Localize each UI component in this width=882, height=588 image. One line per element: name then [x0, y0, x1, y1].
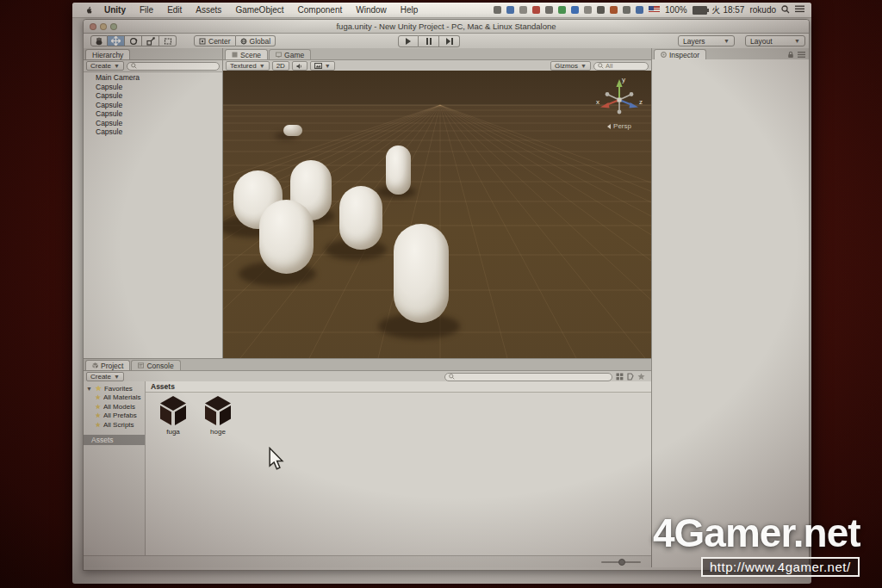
capsule-object[interactable] — [394, 224, 449, 323]
capsule-object[interactable] — [283, 125, 302, 136]
pivot-toggle-button[interactable]: Center — [194, 35, 236, 46]
menubar-item[interactable]: Component — [291, 5, 350, 15]
tab-project[interactable]: Project — [85, 360, 130, 370]
status-icon[interactable] — [610, 6, 618, 14]
status-icon[interactable] — [571, 6, 579, 14]
status-icon[interactable] — [584, 6, 592, 14]
lock-icon[interactable] — [787, 51, 794, 59]
project-search-input[interactable] — [444, 373, 612, 381]
zoom-button[interactable] — [110, 23, 117, 30]
asset-item[interactable]: hoge — [199, 395, 237, 436]
hierarchy-item[interactable]: Capsule — [84, 83, 222, 92]
scene-search-input[interactable]: All — [593, 62, 649, 71]
project-create-button[interactable]: Create▼ — [86, 372, 124, 381]
tab-console[interactable]: Console — [131, 360, 180, 370]
menu-clock[interactable]: 火 18:57 — [712, 4, 745, 16]
space-toggle-button[interactable]: Global — [236, 35, 276, 46]
hierarchy-item[interactable]: Capsule — [84, 127, 222, 137]
favorites-item[interactable]: All Materials — [84, 393, 145, 403]
center-pivot-icon — [199, 38, 206, 45]
menubar-item[interactable]: GameObject — [228, 5, 290, 15]
status-icon[interactable] — [597, 6, 605, 14]
status-icon[interactable] — [623, 6, 630, 14]
favorite-star-icon[interactable] — [637, 373, 645, 381]
projected-screen: Unity File Edit Assets GameObject Compon… — [72, 3, 811, 584]
mouse-cursor — [268, 447, 284, 474]
panel-menu-icon[interactable] — [798, 52, 805, 58]
assets-root-folder[interactable]: Assets — [84, 435, 145, 445]
favorites-item[interactable]: All Scripts — [84, 420, 145, 430]
scale-tool-button[interactable] — [142, 35, 159, 46]
move-tool-button[interactable] — [108, 35, 125, 46]
status-icon[interactable] — [558, 6, 566, 14]
spotlight-search-icon[interactable] — [781, 5, 790, 15]
step-button[interactable] — [439, 35, 460, 47]
capsule-object[interactable] — [259, 200, 314, 274]
status-icon[interactable] — [545, 6, 553, 14]
capsule-object[interactable] — [386, 145, 411, 195]
asset-breadcrumb: Assets — [146, 381, 651, 393]
tab-inspector[interactable]: Inspector — [654, 49, 706, 59]
close-button[interactable] — [90, 23, 96, 30]
rect-tool-button[interactable] — [159, 35, 177, 46]
pause-button[interactable] — [419, 35, 439, 47]
menu-bar-status: 100% 火 18:57 rokudo — [494, 4, 811, 16]
window-title-bar[interactable]: fuga.unity - New Unity Project - PC, Mac… — [84, 20, 809, 34]
hierarchy-item[interactable]: Main Camera — [84, 73, 222, 83]
scene-orientation-gizmo[interactable]: y x z — [595, 74, 643, 122]
battery-icon[interactable] — [693, 6, 707, 15]
hand-tool-button[interactable] — [90, 35, 108, 46]
menubar-item[interactable]: Unity — [97, 5, 133, 15]
minimize-button[interactable] — [100, 23, 107, 30]
hierarchy-create-button[interactable]: Create▼ — [86, 61, 124, 71]
search-by-type-icon[interactable] — [616, 373, 624, 381]
menubar-item[interactable]: File — [133, 5, 160, 15]
menubar-item[interactable]: Assets — [189, 5, 228, 15]
hierarchy-item[interactable]: Capsule — [84, 119, 222, 128]
favorites-header[interactable]: ▼ Favorites — [84, 384, 145, 393]
scene-audio-toggle[interactable] — [292, 61, 307, 71]
flag-icon[interactable] — [649, 6, 660, 14]
scene-effects-dropdown[interactable]: ▼ — [310, 61, 335, 71]
tab-hierarchy[interactable]: Hierarchy — [85, 49, 130, 59]
menubar-item[interactable]: Help — [394, 5, 425, 15]
play-button[interactable] — [398, 35, 419, 47]
2d-toggle-button[interactable]: 2D — [272, 61, 289, 71]
apple-icon[interactable] — [84, 5, 94, 15]
search-by-label-icon[interactable] — [627, 373, 634, 381]
layers-dropdown[interactable]: Layers▼ — [678, 35, 735, 46]
shading-mode-dropdown[interactable]: Textured▼ — [226, 61, 270, 71]
tab-scene[interactable]: Scene — [225, 49, 268, 59]
menubar-item[interactable]: Window — [349, 5, 394, 15]
hierarchy-item[interactable]: Capsule — [84, 109, 222, 119]
project-tab-icon — [92, 362, 98, 368]
capsule-object[interactable] — [339, 186, 382, 250]
tab-game[interactable]: Game — [269, 49, 311, 59]
project-folder-column: ▼ Favorites All Materials — [84, 381, 146, 556]
scene-viewport[interactable]: y x z Persp — [223, 71, 651, 358]
favorites-item[interactable]: All Prefabs — [84, 412, 145, 421]
unity-scene-icon — [158, 395, 188, 426]
notification-list-icon[interactable] — [795, 5, 804, 15]
foldout-arrow-icon[interactable]: ▼ — [86, 386, 92, 392]
status-icon[interactable] — [506, 6, 514, 14]
persp-toggle[interactable]: Persp — [595, 122, 643, 130]
status-icon[interactable] — [636, 6, 643, 14]
hierarchy-item-label: Capsule — [96, 127, 122, 136]
rotate-tool-button[interactable] — [125, 35, 142, 46]
status-icon[interactable] — [532, 6, 540, 14]
battery-percent: 100% — [665, 5, 687, 15]
hierarchy-item[interactable]: Capsule — [84, 101, 222, 110]
layout-dropdown[interactable]: Layout▼ — [745, 35, 805, 46]
status-icon[interactable] — [519, 6, 527, 14]
hierarchy-item[interactable]: Capsule — [84, 91, 222, 101]
menubar-item[interactable]: Edit — [160, 5, 189, 15]
favorites-item[interactable]: All Models — [84, 402, 145, 412]
asset-item[interactable]: fuga — [154, 395, 192, 436]
menu-user[interactable]: rokudo — [749, 5, 776, 15]
favorites-item-label: All Materials — [103, 393, 141, 401]
slider-knob[interactable] — [618, 559, 625, 566]
hierarchy-search-input[interactable] — [127, 62, 220, 71]
gizmos-dropdown[interactable]: Gizmos▼ — [550, 61, 591, 71]
status-icon[interactable] — [494, 6, 501, 14]
